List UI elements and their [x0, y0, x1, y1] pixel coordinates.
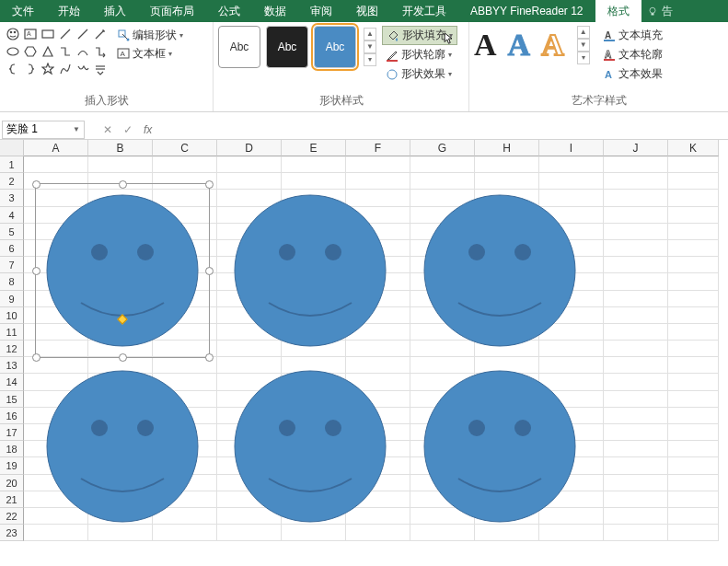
row-header-21[interactable]: 21	[0, 491, 24, 508]
shape-gallery[interactable]: A	[5, 26, 109, 77]
cell[interactable]	[282, 156, 346, 173]
cell[interactable]	[604, 257, 668, 273]
style-thumb-2[interactable]: Abc	[266, 26, 308, 68]
cell[interactable]	[604, 374, 668, 390]
cell[interactable]	[217, 525, 282, 541]
col-header-B[interactable]: B	[88, 140, 153, 156]
name-box[interactable]: 笑脸 1 ▼	[2, 121, 85, 139]
row-header-17[interactable]: 17	[0, 424, 24, 441]
cell[interactable]	[668, 424, 719, 441]
cell[interactable]	[88, 156, 153, 173]
wordart-up-button[interactable]: ▲	[577, 26, 590, 39]
col-header-K[interactable]: K	[668, 140, 719, 156]
shape-lbrace-icon[interactable]	[5, 61, 21, 77]
style-thumb-3[interactable]: Abc	[314, 26, 356, 68]
cell[interactable]	[668, 491, 719, 508]
tab-file[interactable]: 文件	[0, 0, 46, 22]
cell[interactable]	[604, 457, 668, 474]
cell[interactable]	[668, 324, 719, 341]
cell[interactable]	[668, 441, 719, 457]
cell[interactable]	[668, 357, 719, 374]
shape-free1-icon[interactable]	[57, 61, 74, 77]
row-header-14[interactable]: 14	[0, 374, 24, 390]
cell[interactable]	[668, 190, 719, 206]
row-header-20[interactable]: 20	[0, 475, 24, 491]
cell[interactable]	[604, 224, 668, 240]
row-header-5[interactable]: 5	[0, 224, 24, 240]
row-header-2[interactable]: 2	[0, 173, 24, 190]
cell[interactable]	[539, 156, 604, 173]
col-header-F[interactable]: F	[346, 140, 410, 156]
cell[interactable]	[668, 307, 719, 324]
row-header-4[interactable]: 4	[0, 207, 24, 224]
cell[interactable]	[539, 173, 604, 190]
resize-handle[interactable]	[119, 180, 127, 189]
cell[interactable]	[668, 525, 719, 541]
col-header-I[interactable]: I	[539, 140, 604, 156]
shape-conn-icon[interactable]	[92, 43, 109, 60]
tab-page-layout[interactable]: 页面布局	[138, 0, 206, 22]
shape-fill-button[interactable]: 形状填充 ▾	[382, 26, 457, 45]
resize-handle[interactable]	[32, 267, 40, 275]
resize-handle[interactable]	[205, 180, 214, 189]
row-header-15[interactable]: 15	[0, 391, 24, 408]
cell[interactable]	[604, 291, 668, 307]
shape-line2-icon[interactable]	[75, 26, 91, 42]
cell[interactable]	[668, 156, 719, 173]
style-gallery-spin[interactable]: ▲ ▼ ▾	[364, 28, 376, 66]
cell[interactable]	[153, 525, 217, 541]
shape-elbow-icon[interactable]	[57, 43, 74, 60]
col-header-C[interactable]: C	[153, 140, 217, 156]
cell[interactable]	[604, 240, 668, 257]
cell[interactable]	[604, 408, 668, 424]
tab-view[interactable]: 视图	[344, 0, 390, 22]
cell[interactable]	[24, 156, 88, 173]
tab-review[interactable]: 审阅	[298, 0, 344, 22]
cell[interactable]	[410, 156, 475, 173]
cell[interactable]	[282, 525, 346, 541]
smiley-shape-2[interactable]	[232, 192, 388, 349]
shape-tri-icon[interactable]	[40, 43, 56, 60]
tab-data[interactable]: 数据	[252, 0, 298, 22]
column-headers[interactable]: ABCDEFGHIJK	[24, 140, 719, 156]
row-header-7[interactable]: 7	[0, 257, 24, 273]
cancel-formula-button[interactable]: ✕	[103, 123, 112, 136]
cell[interactable]	[668, 224, 719, 240]
tab-abbyy[interactable]: ABBYY FineReader 12	[458, 0, 595, 22]
adjust-handle[interactable]	[117, 314, 127, 324]
cell[interactable]	[668, 341, 719, 357]
style-down-button[interactable]: ▼	[364, 40, 376, 53]
resize-handle[interactable]	[32, 180, 40, 189]
tab-home[interactable]: 开始	[46, 0, 92, 22]
row-header-12[interactable]: 12	[0, 341, 24, 357]
cell[interactable]	[668, 508, 719, 525]
tab-format[interactable]: 格式	[595, 0, 641, 22]
select-all-corner[interactable]	[0, 140, 24, 156]
tab-insert[interactable]: 插入	[92, 0, 138, 22]
wordart-thumb-1[interactable]: A	[474, 28, 497, 63]
shape-smiley-icon[interactable]	[5, 26, 21, 42]
style-more-button[interactable]: ▾	[364, 53, 376, 66]
shape-line-icon[interactable]	[57, 26, 74, 42]
namebox-dropdown-icon[interactable]: ▼	[73, 125, 80, 133]
cell[interactable]	[668, 257, 719, 273]
smiley-shape-6[interactable]	[422, 368, 578, 525]
cell[interactable]	[668, 408, 719, 424]
shape-star-icon[interactable]	[40, 61, 56, 77]
cell[interactable]	[604, 307, 668, 324]
shape-more-icon[interactable]	[92, 61, 109, 77]
edit-shape-button[interactable]: 编辑形状 ▾	[114, 26, 186, 44]
shape-curve-icon[interactable]	[75, 43, 91, 60]
row-header-1[interactable]: 1	[0, 156, 24, 173]
resize-handle[interactable]	[205, 267, 214, 275]
style-thumb-1[interactable]: Abc	[218, 26, 260, 68]
shape-textbox-icon[interactable]: A	[22, 26, 39, 42]
shape-rbrace-icon[interactable]	[22, 61, 39, 77]
cell[interactable]	[668, 457, 719, 474]
text-outline-button[interactable]: A 文本轮廓	[599, 45, 666, 64]
cell[interactable]	[604, 508, 668, 525]
cell[interactable]	[604, 441, 668, 457]
cell[interactable]	[668, 273, 719, 290]
row-header-3[interactable]: 3	[0, 190, 24, 206]
selection-box[interactable]	[35, 183, 210, 358]
